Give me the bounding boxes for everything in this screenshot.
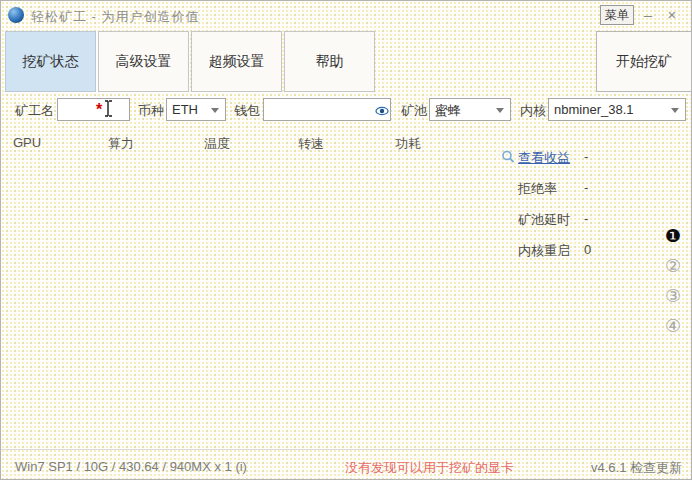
required-marker: * [96, 101, 102, 119]
close-icon[interactable]: × [663, 5, 681, 25]
gpu-warning-text: 没有发现可以用于挖矿的显卡 [345, 459, 514, 477]
title-bar: 轻松矿工 - 为用户创造价值 菜单 – × [1, 1, 691, 29]
status-bar: Win7 SP1 / 10G / 430.64 / 940MX x 1 (i) … [1, 449, 691, 480]
check-update-link[interactable]: 检查更新 [630, 460, 682, 475]
tab-overclock-settings[interactable]: 超频设置 [191, 31, 282, 92]
reject-rate-value: - [584, 180, 588, 195]
page-dot-1[interactable]: ❶ [661, 221, 685, 251]
kernel-restarts-value: 0 [584, 242, 591, 257]
wallet-input[interactable] [263, 98, 391, 121]
column-header-temperature: 温度 [204, 135, 230, 153]
column-header-hashrate: 算力 [108, 135, 134, 153]
reject-rate-label: 拒绝率 [518, 180, 557, 198]
page-dot-3[interactable]: ③ [661, 281, 685, 311]
chevron-down-icon [671, 108, 679, 113]
kernel-select[interactable]: nbminer_38.1 [548, 98, 686, 121]
system-info-text: Win7 SP1 / 10G / 430.64 / 940MX x 1 (i) [15, 459, 247, 474]
miner-name-input[interactable] [57, 98, 130, 121]
view-earnings-link[interactable]: 查看收益 [518, 149, 570, 167]
magnifier-icon [501, 150, 515, 167]
column-header-gpu: GPU [13, 135, 41, 150]
pool-select[interactable]: 蜜蜂 [429, 98, 511, 121]
minimize-icon[interactable]: – [639, 5, 657, 25]
page-dot-2[interactable]: ② [661, 251, 685, 281]
column-header-fanspeed: 转速 [298, 135, 324, 153]
page-dot-4[interactable]: ④ [661, 311, 685, 341]
start-mining-button[interactable]: 开始挖矿 [596, 31, 692, 92]
earnings-value: - [584, 149, 588, 164]
wallet-label: 钱包 [234, 102, 260, 120]
pool-select-value: 蜜蜂 [435, 103, 461, 118]
version-text: v4.6.1 [591, 460, 626, 475]
kernel-restarts-label: 内核重启 [518, 242, 570, 260]
pool-latency-value: - [584, 211, 588, 226]
chevron-down-icon [496, 108, 504, 113]
page-indicator: ❶ ② ③ ④ [661, 221, 685, 341]
column-header-power: 功耗 [395, 135, 421, 153]
text-cursor-icon [104, 100, 113, 121]
window-title: 轻松矿工 - 为用户创造价值 [31, 8, 200, 26]
coin-label: 币种 [138, 102, 164, 120]
tab-mining-status[interactable]: 挖矿状态 [5, 31, 96, 92]
chevron-down-icon [211, 108, 219, 113]
version-area: v4.6.1 检查更新 [591, 459, 682, 477]
app-logo-icon [8, 7, 24, 23]
menu-button[interactable]: 菜单 [600, 5, 634, 25]
pool-latency-label: 矿池延时 [518, 211, 570, 229]
eye-icon[interactable] [375, 103, 389, 121]
pool-label: 矿池 [401, 102, 427, 120]
coin-select-value: ETH [172, 102, 198, 117]
kernel-label: 内核 [520, 102, 546, 120]
app-window: 轻松矿工 - 为用户创造价值 菜单 – × 挖矿状态 高级设置 超频设置 帮助 … [0, 0, 692, 480]
kernel-select-value: nbminer_38.1 [554, 102, 634, 117]
miner-name-label: 矿工名 [15, 102, 54, 120]
coin-select[interactable]: ETH [166, 98, 226, 121]
tab-advanced-settings[interactable]: 高级设置 [98, 31, 189, 92]
tab-help[interactable]: 帮助 [284, 31, 375, 92]
